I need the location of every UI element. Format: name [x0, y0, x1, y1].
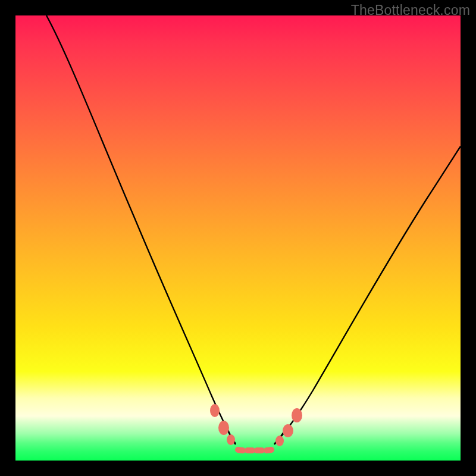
outer-frame: TheBottleneck.com — [0, 0, 476, 476]
svg-line-3 — [267, 450, 271, 450]
marker-cluster-right — [275, 408, 302, 446]
plot-area — [15, 15, 461, 461]
svg-point-6 — [227, 434, 235, 445]
svg-point-5 — [218, 421, 229, 435]
svg-point-9 — [292, 408, 302, 422]
watermark-text: TheBottleneck.com — [351, 2, 470, 18]
svg-point-7 — [275, 436, 284, 446]
svg-point-8 — [283, 424, 293, 437]
optimum-dotted-segment — [238, 450, 271, 450]
marker-cluster-left — [210, 404, 235, 445]
svg-line-0 — [238, 450, 243, 450]
chart-svg — [15, 15, 461, 461]
bottleneck-curve — [46, 15, 461, 444]
svg-point-4 — [210, 404, 220, 417]
